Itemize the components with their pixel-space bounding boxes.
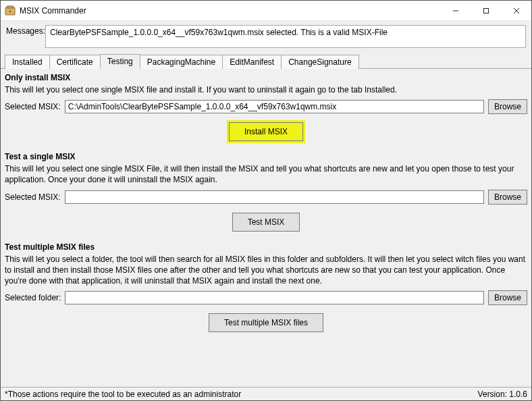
only-install-text: This will let you select one single MSIX… <box>5 84 527 95</box>
close-button[interactable] <box>501 1 531 20</box>
test-single-field-label: Selected MSIX: <box>5 192 61 202</box>
install-msix-button[interactable]: Install MSIX <box>229 122 303 141</box>
test-multiple-action-wrap: Test multiple MSIX files <box>5 313 527 332</box>
svg-rect-4 <box>483 8 488 13</box>
svg-rect-1 <box>7 6 14 8</box>
status-left-text: *Those actions require the tool to be ex… <box>5 390 241 399</box>
test-single-browse-button[interactable]: Browse <box>488 190 527 205</box>
test-multiple-title: Test multiple MSIX files <box>5 242 527 252</box>
tabs-strip: Installed Certificate Testing PackagingM… <box>1 53 531 68</box>
svg-point-2 <box>9 10 11 11</box>
test-single-action-wrap: Test MSIX <box>5 213 527 232</box>
window-title: MSIX Commander <box>20 6 440 16</box>
tab-testing[interactable]: Testing <box>100 54 140 69</box>
only-install-field-row: Selected MSIX: Browse <box>5 99 527 114</box>
tab-panel-testing: Only install MSIX This will let you sele… <box>1 68 531 387</box>
titlebar: MSIX Commander <box>1 1 531 21</box>
test-single-msix-input[interactable] <box>65 190 484 204</box>
test-multiple-folder-input[interactable] <box>65 291 484 304</box>
test-single-field-row: Selected MSIX: Browse <box>5 190 527 205</box>
maximize-button[interactable] <box>471 1 501 20</box>
only-install-title: Only install MSIX <box>5 73 527 82</box>
test-multiple-text: This will let you select a folder, the t… <box>5 254 527 287</box>
tab-installed[interactable]: Installed <box>5 55 50 69</box>
tab-changesignature[interactable]: ChangeSignature <box>281 55 358 69</box>
only-install-msix-input[interactable] <box>65 100 484 113</box>
tab-packagingmachine[interactable]: PackagingMachine <box>140 55 223 69</box>
app-window: MSIX Commander Messages: ClearBytePSFSam… <box>0 0 532 401</box>
only-install-field-label: Selected MSIX: <box>5 102 61 111</box>
app-icon <box>5 5 16 16</box>
test-single-title: Test a single MSIX <box>5 152 527 161</box>
test-multiple-field-label: Selected folder: <box>5 293 61 302</box>
messages-label: Messages: <box>6 25 45 36</box>
window-controls <box>440 1 531 20</box>
minimize-button[interactable] <box>440 1 471 20</box>
test-multiple-field-row: Selected folder: Browse <box>5 290 527 305</box>
tab-certificate[interactable]: Certificate <box>49 55 101 69</box>
tab-editmanifest[interactable]: EditManifest <box>222 55 282 69</box>
messages-area: Messages: ClearBytePSFSample_1.0.0.0_x64… <box>1 21 531 53</box>
statusbar: *Those actions require the tool to be ex… <box>1 387 531 400</box>
status-version-text: Version: 1.0.6 <box>478 390 527 399</box>
only-install-action-wrap: Install MSIX <box>5 122 527 141</box>
test-multiple-msix-button[interactable]: Test multiple MSIX files <box>209 313 323 332</box>
test-single-text: This will let you select one single MSIX… <box>5 163 527 185</box>
only-install-browse-button[interactable]: Browse <box>488 99 527 114</box>
test-multiple-browse-button[interactable]: Browse <box>488 290 527 305</box>
test-msix-button[interactable]: Test MSIX <box>232 213 300 232</box>
messages-textbox[interactable]: ClearBytePSFSample_1.0.0.0_x64__vf59x763… <box>45 25 526 48</box>
